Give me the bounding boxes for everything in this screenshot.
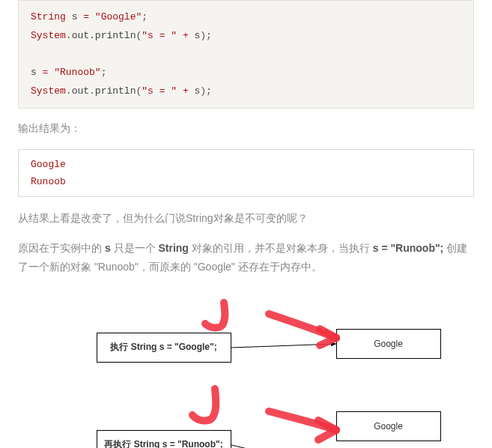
paragraph-2: 原因在于实例中的 s 只是一个 String 对象的引用，并不是对象本身，当执行…: [18, 239, 474, 276]
code-token: "Runoob": [54, 67, 100, 78]
code-token: +: [177, 85, 194, 97]
text: 原因在于实例中的: [18, 242, 105, 254]
code-token: out: [72, 30, 89, 41]
code-block-1: String s = "Google"; System.out.println(…: [18, 0, 474, 109]
code-token: "s = ": [142, 85, 177, 97]
code-token: ;: [101, 67, 107, 78]
code-token: ): [200, 30, 206, 41]
svg-line-0: [231, 344, 336, 348]
code-token: ;: [206, 85, 212, 97]
code-token: String: [31, 11, 66, 22]
code-token: "Google": [95, 11, 142, 22]
bold-text: s: [105, 242, 111, 254]
code-token: .: [66, 85, 72, 97]
bold-text: s = "Runoob";: [373, 242, 444, 254]
bold-text: String: [158, 242, 188, 254]
text: 只是一个: [111, 242, 159, 254]
diagram-box-execute-1: 执行 String s = "Google";: [97, 333, 231, 363]
diagram-box-google-1: Google: [336, 329, 441, 359]
diagram-box-google-2: Google: [336, 411, 441, 441]
output-line: Runoob: [31, 176, 66, 187]
output-line: Google: [31, 159, 66, 170]
code-token: .: [66, 30, 72, 41]
output-block: Google Runoob: [18, 149, 474, 198]
code-token: "s = ": [142, 30, 177, 41]
code-token: =: [77, 11, 94, 22]
code-token: ): [200, 85, 206, 97]
code-token: ;: [142, 11, 148, 22]
text: 对象的引用，并不是对象本身，当执行: [189, 242, 373, 254]
code-token: println: [95, 85, 136, 97]
output-label: 输出结果为：: [18, 119, 474, 138]
code-token: out: [72, 85, 89, 97]
diagram-box-execute-2: 再执行 String s = "Runoob";: [97, 430, 231, 448]
code-token: =: [37, 67, 54, 78]
code-token: s: [31, 67, 37, 78]
code-token: +: [177, 30, 194, 41]
code-token: System: [31, 30, 66, 41]
code-token: ;: [206, 30, 212, 41]
code-token: println: [95, 30, 136, 41]
document-page: String s = "Google"; System.out.println(…: [0, 0, 492, 448]
svg-line-1: [231, 445, 336, 448]
paragraph-1: 从结果上看是改变了，但为什么门说String对象是不可变的呢？: [18, 209, 474, 228]
string-reference-diagram: 执行 String s = "Google"; 再执行 String s = "…: [37, 299, 456, 448]
code-token: .: [89, 30, 95, 41]
code-token: .: [89, 85, 95, 97]
code-token: System: [31, 85, 66, 97]
